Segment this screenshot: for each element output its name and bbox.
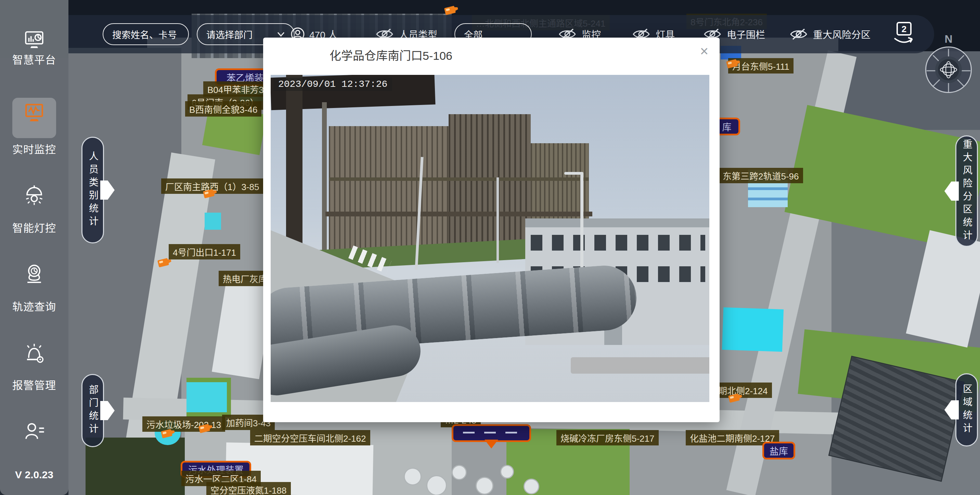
photo-light-pole [496,178,499,263]
tab-label: 部门统计 [86,385,100,436]
screen-2-icon: 2 [890,21,917,48]
main-sidebar: 智慧平台 实时监控 智能灯控 [0,0,68,495]
camera-timestamp: 2023/09/01 12:37:26 [274,78,392,91]
map-label[interactable]: 空分空压液氮1-188 [206,482,291,495]
sidebar-item-label: 智慧平台 [0,51,68,67]
track-pin-icon [24,263,45,284]
toggle-label: 电子围栏 [727,27,765,41]
photo-plant-tower [329,126,449,252]
search-input-wrap: 搜索姓名、卡号 [103,15,189,53]
map-label[interactable] [452,424,531,442]
toggle-risk-zone[interactable]: 重大风险分区 [790,15,870,53]
tab-label: 区域统计 [960,384,974,436]
sidebar-item-platform[interactable]: 智慧平台 [0,30,68,67]
dashboard-monitor-icon [24,30,45,50]
sidebar-item-lamp-control[interactable]: 智能灯控 [0,185,68,235]
sidebar-item-label: 轨迹查询 [0,298,68,314]
smart-park-app: 苯乙烯装卸站B04甲苯非芳3-106号门南（3-96）B西南侧全貌3-46厂区南… [0,0,980,495]
watermark-redacted-bar [571,357,710,374]
cctv-camera-icon[interactable] [158,258,169,268]
chevron-down-icon [277,32,285,37]
sidebar-item-label: 智能灯控 [0,219,68,235]
photo-structure [322,102,327,252]
tab-label: 人员类别统计 [86,151,100,229]
compass-center [935,56,962,83]
map-label[interactable]: 烧碱冷冻厂房东侧5-217 [556,430,659,446]
tab-label: 重大风险分区统计 [960,139,974,243]
map-label[interactable]: 东第三跨2轨道5-96 [719,168,803,183]
map-label[interactable]: 污水垃圾场-202.13 [142,416,225,432]
photo-building-windows [531,235,705,251]
cctv-camera-icon[interactable] [444,6,456,15]
toggle-label: 重大风险分区 [813,27,870,41]
photo-building-roof [525,219,710,227]
sidebar-item-label: 实时监控 [0,141,68,156]
search-placeholder: 搜索姓名、卡号 [112,28,177,41]
callout-tail [485,439,498,455]
app-version: V 2.0.23 [0,469,68,481]
search-input[interactable]: 搜索姓名、卡号 [103,23,189,45]
svg-text:2: 2 [902,24,907,34]
compass-ring [925,46,972,93]
map-label[interactable]: 月台东侧5-111 [728,58,794,73]
photo-plant-tower [449,114,531,249]
map-label[interactable]: 二期空分空压车间北侧2-162 [250,430,370,446]
alarm-bell-icon [24,343,45,364]
smart-lamp-icon [24,185,45,206]
camera-dialog: 化学品仓库南门口5-106 × 2 [263,38,720,422]
gyro-globe-icon [940,61,958,79]
department-placeholder: 请选择部门 [206,28,253,41]
map-label[interactable]: B西南侧全貌3-46 [185,101,261,117]
map-label[interactable]: 盐库 [762,442,795,459]
photo-plant-deck [329,178,589,181]
sidebar-item-track-query[interactable]: 轨迹查询 [0,263,68,314]
camera-snapshot: 2023/09/01 12:37:26 [270,75,710,402]
photo-plant-deck [325,212,592,216]
eye-off-icon [790,28,808,41]
sidebar-item-person-list[interactable] [0,421,68,443]
close-icon[interactable]: × [696,44,712,59]
dialog-title: 化学品仓库南门口5-106 [329,46,452,63]
photo-light-pole-arm [564,172,584,175]
person-list-icon [24,421,45,441]
realtime-monitor-icon [23,103,46,124]
sidebar-item-alarm-management[interactable]: 报警管理 [0,343,68,392]
screen-switch-button[interactable]: 2 [890,21,917,48]
map-label[interactable]: 4号门出口1-171 [169,244,240,259]
sidebar-item-realtime-monitor[interactable]: 实时监控 [0,103,68,156]
sidebar-item-label: 报警管理 [0,377,68,392]
